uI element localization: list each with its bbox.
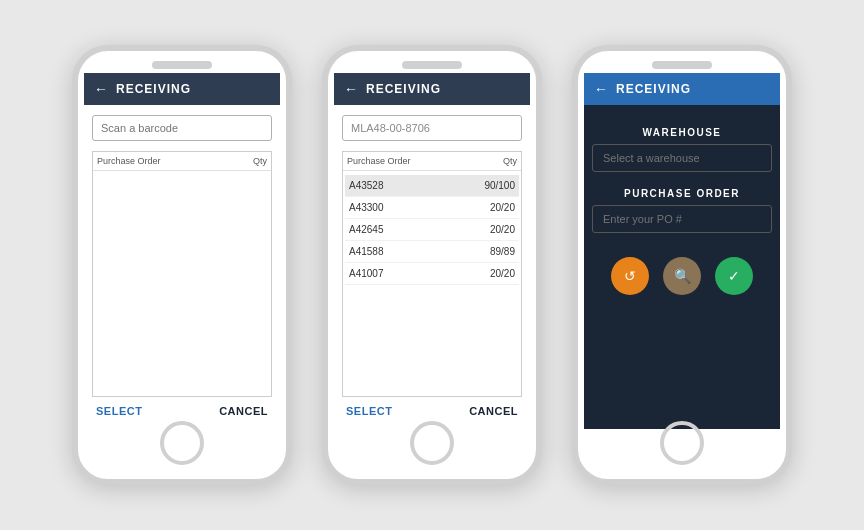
back-arrow-icon[interactable]: ← (594, 81, 608, 97)
barcode-input[interactable] (92, 115, 272, 141)
warehouse-input[interactable] (592, 144, 772, 172)
po-cell: A41588 (349, 246, 383, 257)
purchase-order-label: PURCHASE ORDER (592, 188, 772, 199)
search-button[interactable]: 🔍 (663, 257, 701, 295)
select-button[interactable]: SELECT (96, 405, 142, 417)
po-cell: A43528 (349, 180, 383, 191)
table-header-row: Purchase Order Qty (93, 152, 271, 171)
phone-2: ← RECEIVING Purchase Order Qty A4352890/… (322, 45, 542, 485)
back-arrow-icon[interactable]: ← (94, 81, 108, 97)
check-icon: ✓ (728, 268, 740, 284)
table-header-row: Purchase Order Qty (343, 152, 521, 171)
refresh-icon: ↺ (624, 268, 636, 284)
po-table: Purchase Order Qty A4352890/100A4330020/… (342, 151, 522, 397)
table-row[interactable]: A4352890/100 (345, 175, 519, 197)
phone3-header: ← RECEIVING (584, 73, 780, 105)
table-body (93, 173, 271, 177)
col-qty: Qty (253, 156, 267, 166)
qty-cell: 89/89 (490, 246, 515, 257)
qty-cell: 20/20 (490, 224, 515, 235)
back-arrow-icon[interactable]: ← (344, 81, 358, 97)
po-cell: A43300 (349, 202, 383, 213)
confirm-button[interactable]: ✓ (715, 257, 753, 295)
phone1-screen: Purchase Order Qty SELECT CANCEL (84, 105, 280, 429)
select-button[interactable]: SELECT (346, 405, 392, 417)
results-table: Purchase Order Qty (92, 151, 272, 397)
qty-cell: 20/20 (490, 268, 515, 279)
phone2-screen: Purchase Order Qty A4352890/100A4330020/… (334, 105, 530, 429)
barcode-value-input[interactable] (342, 115, 522, 141)
phone3-screen: WAREHOUSE PURCHASE ORDER ↺ 🔍 ✓ (584, 105, 780, 429)
col-qty: Qty (503, 156, 517, 166)
cancel-button[interactable]: CANCEL (219, 405, 268, 417)
col-purchase-order: Purchase Order (97, 156, 161, 166)
qty-cell: 20/20 (490, 202, 515, 213)
col-purchase-order: Purchase Order (347, 156, 411, 166)
action-icons: ↺ 🔍 ✓ (592, 257, 772, 295)
phone3-title: RECEIVING (616, 82, 691, 96)
po-cell: A41007 (349, 268, 383, 279)
footer-buttons: SELECT CANCEL (342, 397, 522, 419)
table-row[interactable]: A4330020/20 (345, 197, 519, 219)
po-number-input[interactable] (592, 205, 772, 233)
cancel-button[interactable]: CANCEL (469, 405, 518, 417)
qty-cell: 90/100 (484, 180, 515, 191)
table-row[interactable]: A4158889/89 (345, 241, 519, 263)
phone1-header: ← RECEIVING (84, 73, 280, 105)
table-row[interactable]: A4264520/20 (345, 219, 519, 241)
warehouse-label: WAREHOUSE (592, 127, 772, 138)
po-cell: A42645 (349, 224, 383, 235)
search-icon: 🔍 (674, 268, 691, 284)
refresh-button[interactable]: ↺ (611, 257, 649, 295)
phone1-title: RECEIVING (116, 82, 191, 96)
phone2-header: ← RECEIVING (334, 73, 530, 105)
table-row[interactable]: A4100720/20 (345, 263, 519, 285)
phone2-title: RECEIVING (366, 82, 441, 96)
footer-buttons: SELECT CANCEL (92, 397, 272, 419)
phone-1: ← RECEIVING Purchase Order Qty SELECT CA… (72, 45, 292, 485)
phone-3: ← RECEIVING WAREHOUSE PURCHASE ORDER ↺ 🔍… (572, 45, 792, 485)
table-body: A4352890/100A4330020/20A4264520/20A41588… (343, 173, 521, 287)
